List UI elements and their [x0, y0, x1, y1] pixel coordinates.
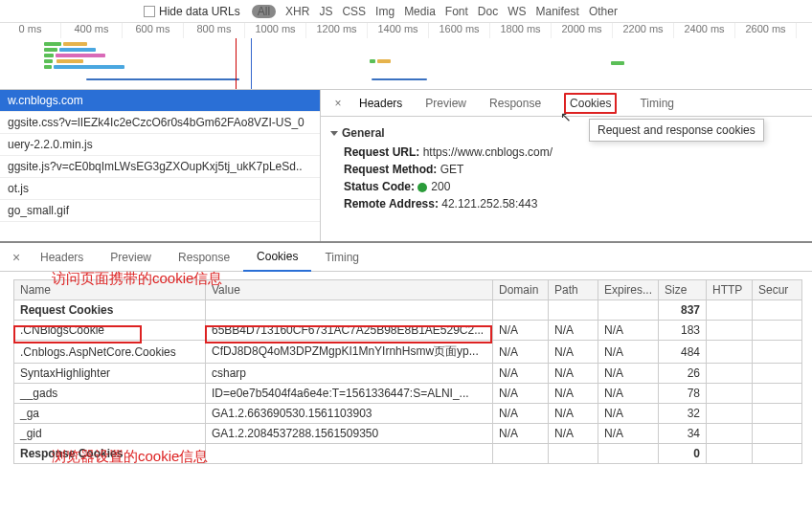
cookie-row[interactable]: .Cnblogs.AspNetCore.CookiesCfDJ8D8Q4oM3D… — [14, 341, 802, 364]
close-icon[interactable]: × — [328, 97, 348, 110]
request-detail-pane: × Headers Preview Response Cookies Timin… — [321, 90, 812, 241]
cookie-row[interactable]: .CNBlogsCookie65BB4D713160CF6731AC7A25B9… — [14, 321, 802, 341]
tab-response[interactable]: Response — [165, 244, 243, 271]
cookies-table-wrap: 访问页面携带的cookie信息 NameValueDomainPathExpir… — [0, 272, 812, 464]
filter-ws[interactable]: WS — [508, 5, 526, 18]
upper-pane: w.cnblogs.com ggsite.css?v=lIEZk4Ic2eCzc… — [0, 90, 812, 243]
filter-bar: Hide data URLs All XHR JS CSS Img Media … — [0, 0, 812, 23]
tab-cookies[interactable]: Cookies — [243, 243, 311, 272]
cookie-row[interactable]: SyntaxHighlightercsharpN/AN/AN/A26 — [14, 364, 802, 384]
request-row[interactable]: ggsite.js?v=cE0bqImLWsEG3gZXOupKxj5tj_uk… — [0, 156, 320, 178]
filter-all[interactable]: All — [252, 5, 276, 18]
response-cookies-group: Response Cookies0 — [14, 444, 802, 464]
hide-data-urls-checkbox[interactable]: Hide data URLs — [144, 5, 240, 18]
lower-tabs: × Headers Preview Response Cookies Timin… — [0, 243, 812, 272]
tab-headers[interactable]: Headers — [27, 244, 97, 271]
cookie-row[interactable]: __gadsID=e0e7b5404f4a6e4e:T=1561336447:S… — [14, 384, 802, 404]
filter-doc[interactable]: Doc — [478, 5, 498, 18]
request-row-selected[interactable]: w.cnblogs.com — [0, 90, 320, 112]
detail-tabs: × Headers Preview Response Cookies Timin… — [321, 90, 812, 117]
filter-js[interactable]: JS — [319, 5, 332, 18]
filter-media[interactable]: Media — [404, 5, 436, 18]
tab-timing[interactable]: Timing — [628, 91, 686, 116]
timeline-overview[interactable]: 0 ms400 ms600 ms800 ms1000 ms1200 ms1400… — [0, 23, 812, 90]
close-icon[interactable]: × — [6, 250, 27, 265]
type-filters: All XHR JS CSS Img Media Font Doc WS Man… — [252, 5, 618, 18]
cookies-table[interactable]: NameValueDomainPathExpires...SizeHTTPSec… — [13, 279, 802, 464]
tab-cookies-highlight: Cookies — [564, 93, 617, 114]
filter-css[interactable]: CSS — [342, 5, 366, 18]
filter-manifest[interactable]: Manifest — [536, 5, 579, 18]
tab-preview[interactable]: Preview — [414, 91, 478, 116]
status-code-row: Status Code: 200 — [330, 178, 802, 195]
lower-pane: × Headers Preview Response Cookies Timin… — [0, 243, 812, 464]
request-list[interactable]: w.cnblogs.com ggsite.css?v=lIEZk4Ic2eCzc… — [0, 90, 321, 241]
request-row[interactable]: go_small.gif — [0, 200, 320, 222]
tab-headers[interactable]: Headers — [348, 91, 414, 116]
status-dot-icon — [417, 183, 427, 192]
cookie-row[interactable]: _gidGA1.2.2084537288.1561509350N/AN/AN/A… — [14, 424, 802, 444]
request-method-row: Request Method: GET — [330, 161, 802, 178]
tab-timing[interactable]: Timing — [311, 244, 372, 271]
waterfall-bars — [0, 40, 812, 90]
remote-address-row: Remote Address: 42.121.252.58:443 — [330, 195, 802, 212]
tab-preview[interactable]: Preview — [97, 244, 165, 271]
cookies-header-row: NameValueDomainPathExpires...SizeHTTPSec… — [14, 280, 802, 300]
request-url-row: Request URL: https://www.cnblogs.com/ — [330, 144, 802, 161]
cookie-row[interactable]: _gaGA1.2.663690530.1561103903N/AN/AN/A32 — [14, 404, 802, 424]
timeline-ticks: 0 ms400 ms600 ms800 ms1000 ms1200 ms1400… — [0, 23, 812, 38]
request-cookies-group: Request Cookies837 — [14, 300, 802, 321]
request-row[interactable]: ot.js — [0, 178, 320, 200]
request-row[interactable]: ggsite.css?v=lIEZk4Ic2eCzcO6r0s4bGm62FAo… — [0, 112, 320, 134]
hide-data-urls-label: Hide data URLs — [159, 5, 240, 18]
tab-cookies[interactable]: Cookies — [553, 91, 628, 116]
collapse-triangle-icon — [330, 131, 338, 136]
filter-img[interactable]: Img — [375, 5, 395, 18]
filter-xhr[interactable]: XHR — [285, 5, 309, 18]
tab-response[interactable]: Response — [478, 91, 553, 116]
cookies-tooltip: Request and response cookies — [589, 119, 764, 142]
request-row[interactable]: uery-2.2.0.min.js — [0, 134, 320, 156]
filter-other[interactable]: Other — [589, 5, 618, 18]
filter-font[interactable]: Font — [445, 5, 468, 18]
